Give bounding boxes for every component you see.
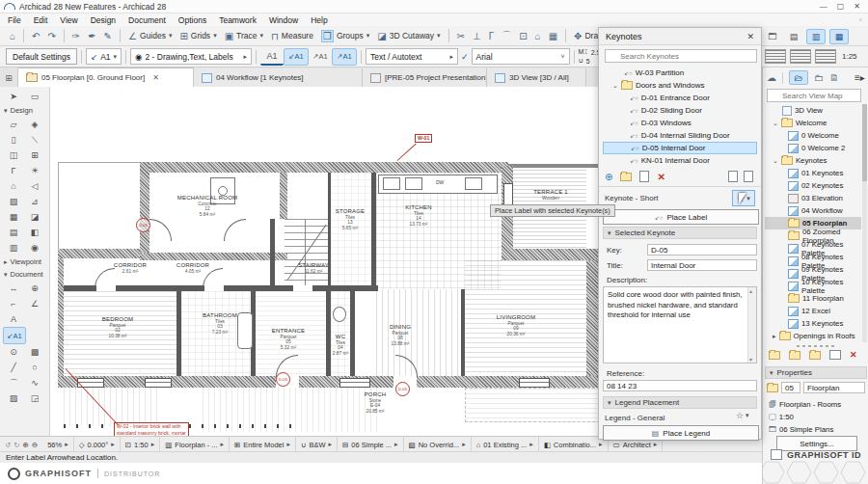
view-map-icon[interactable]: 🗁: [789, 70, 808, 85]
item-name-field[interactable]: Floorplan: [803, 382, 865, 393]
marquee-tool[interactable]: ▭: [24, 89, 45, 104]
slab-tool[interactable]: ◈: [24, 117, 45, 132]
figure-tool[interactable]: ◲: [24, 390, 45, 406]
description-field[interactable]: Solid core wood door with painted finish…: [603, 286, 757, 363]
door-keynote-marker[interactable]: D-05: [395, 382, 410, 396]
menu-view[interactable]: View: [60, 15, 77, 25]
menu-window[interactable]: Window: [269, 15, 298, 25]
stretch-button[interactable]: ⌂: [531, 29, 545, 43]
toolbox-viewpoint-header[interactable]: ▸Viewpoint: [0, 255, 49, 268]
keynote-item[interactable]: ↙○D-04 Internal Sliding Door: [603, 129, 757, 142]
scroll-down-icon[interactable]: ▾: [749, 356, 752, 363]
place-label-button[interactable]: ↙○Place Label: [603, 209, 759, 225]
layer-combination-property[interactable]: 🗔06 Simple Plans: [765, 423, 861, 436]
lamp-tool[interactable]: ☀: [24, 163, 45, 178]
label-tool[interactable]: ↙A1: [3, 327, 26, 344]
favorites-icon[interactable]: [765, 49, 786, 64]
array-button[interactable]: ▦: [545, 29, 561, 43]
grids-button[interactable]: ⊞Grids▾: [176, 29, 220, 43]
undo-button[interactable]: ↶: [28, 29, 43, 43]
structure-display-control[interactable]: ⊞Entire Model▸: [230, 437, 296, 452]
layer-combo[interactable]: ◉2 - Drawing,Text, Labels▸: [130, 48, 252, 65]
keynote-folder[interactable]: ⌄Doors and Windows: [603, 79, 757, 92]
zoom-next-icon[interactable]: ↻: [14, 441, 19, 449]
add-keynote-icon[interactable]: ⊕: [605, 172, 612, 182]
export-keynotes-icon[interactable]: [744, 171, 753, 182]
label-style-arrow-button[interactable]: ↙A1: [284, 48, 309, 66]
navigator-folder[interactable]: ⌄Keynotes: [765, 154, 861, 167]
guides-button[interactable]: ∠Guides▾: [124, 29, 176, 43]
properties-header[interactable]: ▾Properties: [765, 366, 867, 379]
menu-edit[interactable]: Edit: [34, 15, 48, 25]
import-keynotes-icon[interactable]: [728, 171, 738, 182]
navigator-item[interactable]: 01 Keynotes: [765, 167, 861, 179]
zone-tool[interactable]: ▤: [3, 225, 24, 240]
palette-close-icon[interactable]: ✕: [746, 32, 754, 41]
panel-icon[interactable]: ▤: [785, 30, 802, 43]
beam-tool[interactable]: ⟍: [24, 132, 45, 148]
trim-button[interactable]: Γ: [485, 29, 499, 43]
navigator-item[interactable]: 3D View: [765, 104, 861, 117]
column-tool[interactable]: ▯: [3, 132, 24, 148]
legend-placement-header[interactable]: ▾Legend Placement: [603, 396, 757, 409]
scroll-up-icon[interactable]: ▴: [749, 287, 752, 294]
navigator-item[interactable]: 04 Workflow: [765, 204, 861, 217]
minimize-button[interactable]: —: [820, 2, 827, 11]
cutaway-3d-button[interactable]: ◪3D Cutaway▾: [373, 29, 444, 43]
favorites-icon[interactable]: [815, 49, 836, 64]
zoom-previous-icon[interactable]: ↺: [5, 441, 11, 449]
menu-teamwork[interactable]: Teamwork: [219, 15, 257, 25]
keynote-label-w01[interactable]: W-01: [415, 134, 432, 143]
fillet-button[interactable]: ⌒: [498, 27, 515, 44]
place-legend-button[interactable]: ▤Place Legend: [603, 425, 759, 441]
label-style-leader2-button[interactable]: ↗A1: [332, 48, 357, 66]
label-style-simple-button[interactable]: A1: [260, 48, 284, 66]
font-combo[interactable]: Arial˅: [472, 48, 570, 65]
active-tool-combo[interactable]: ↙A1▾: [86, 48, 122, 65]
marker-tool[interactable]: ⊙: [3, 344, 24, 360]
mesh-tool[interactable]: ▨: [3, 194, 24, 209]
reference-field[interactable]: 08 14 23: [603, 380, 757, 391]
graphic-override-control[interactable]: ▧No Overrid...▸: [404, 437, 472, 452]
item-id-field[interactable]: 05: [781, 382, 800, 393]
redo-button[interactable]: ↷: [43, 29, 59, 43]
trace-button[interactable]: ▣Trace▾: [221, 29, 267, 43]
favorites-icon[interactable]: [790, 49, 811, 64]
child-minimize-button[interactable]: ▫: [859, 15, 862, 24]
morph-tool[interactable]: ◪: [24, 209, 45, 225]
cloud-icon[interactable]: ☁: [767, 72, 776, 83]
arrow-tool[interactable]: ➤: [3, 89, 24, 104]
save-view-icon[interactable]: [809, 351, 821, 360]
split-button[interactable]: ✂: [453, 29, 469, 43]
keynote-label-w02[interactable]: W-02 - Interior brick wall withstandard …: [114, 422, 189, 436]
tab-3d-view[interactable]: 3D View [3D / All]: [487, 68, 586, 87]
navigator-item[interactable]: 02 Keynotes: [765, 179, 861, 192]
selected-keynote-header[interactable]: ▾Selected Keynote: [603, 227, 757, 239]
pen-weight-value[interactable]: 5: [586, 58, 590, 65]
door-tool[interactable]: ◫: [3, 148, 24, 163]
grid-element-tool[interactable]: ◉: [24, 240, 45, 255]
tab-overview-button[interactable]: ⊞: [0, 68, 18, 87]
menu-document[interactable]: Document: [128, 15, 166, 25]
menu-design[interactable]: Design: [91, 15, 116, 25]
hatch-tool[interactable]: ▨: [3, 390, 24, 406]
measure-button[interactable]: ⊓Measure: [267, 29, 317, 43]
drag-handle[interactable]: [797, 345, 835, 347]
arc-tool[interactable]: ⌒: [3, 375, 24, 390]
card-icon[interactable]: [829, 350, 841, 360]
window-tool[interactable]: ⊞: [24, 148, 45, 163]
menu-icon[interactable]: ≡▸: [854, 72, 865, 83]
navigator-item[interactable]: 11 Floorplan: [765, 292, 861, 305]
title-field[interactable]: Internal Door: [647, 259, 757, 271]
object-tool[interactable]: ◧: [24, 225, 45, 240]
renovation-filter-control[interactable]: ⌂01 Existing ...▸: [472, 437, 539, 452]
keynote-item[interactable]: ↙○W-03 Partition: [603, 67, 757, 79]
navigator-folder[interactable]: ▸Openings in Roofs: [765, 330, 861, 342]
layout-property[interactable]: 🗐Floorplan - Rooms: [765, 398, 861, 411]
zoom-level-control[interactable]: 56%▸: [42, 437, 74, 452]
adjust-button[interactable]: ⊥: [469, 29, 485, 43]
navigator-item[interactable]: 12 Excel: [765, 305, 861, 317]
roof-tool[interactable]: ⌂: [3, 178, 24, 194]
wall-tool[interactable]: ▱: [3, 117, 24, 132]
door-keynote-marker[interactable]: D-05: [136, 218, 150, 232]
